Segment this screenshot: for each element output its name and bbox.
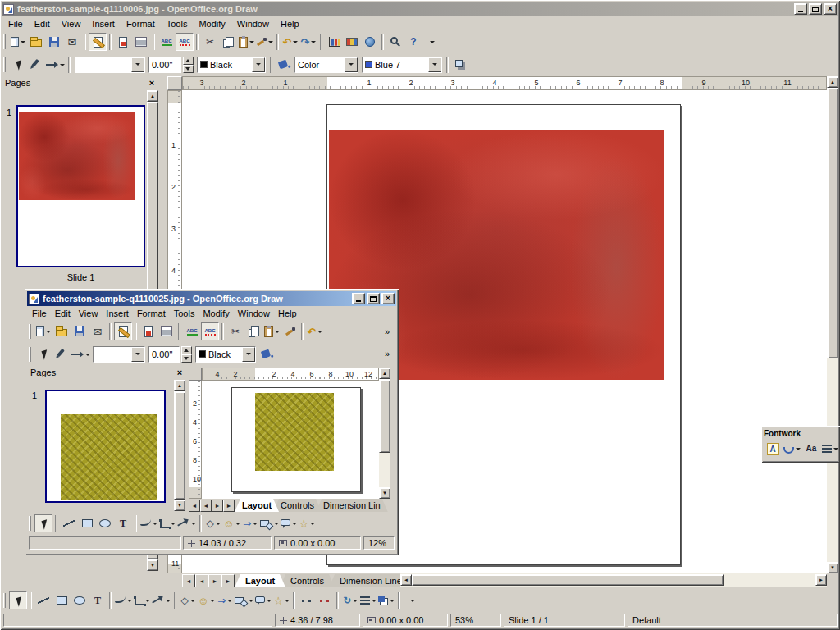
select-tool-button[interactable] xyxy=(9,591,27,609)
child-titlebar[interactable]: featherston-sample-q1110025.jpg - OpenOf… xyxy=(27,291,396,306)
callouts-button[interactable] xyxy=(280,514,298,532)
line-style-combo[interactable] xyxy=(93,346,145,363)
fill-color-dropdown[interactable] xyxy=(428,57,441,72)
line-dialog-button[interactable] xyxy=(52,345,71,363)
menu-window[interactable]: Window xyxy=(234,307,274,320)
basic-shapes-button[interactable]: ◇ xyxy=(179,591,197,609)
last-page-button[interactable]: ► xyxy=(223,500,235,512)
arrange-button[interactable] xyxy=(377,591,395,609)
menu-modify[interactable]: Modify xyxy=(193,17,231,30)
scroll-up-button[interactable]: ▲ xyxy=(379,368,390,379)
pages-panel-close-button[interactable]: × xyxy=(174,368,185,378)
autospellcheck-button[interactable]: ABC xyxy=(176,33,194,51)
slide-thumbnail[interactable] xyxy=(16,105,145,267)
block-arrows-button[interactable]: ⇒ xyxy=(216,591,234,609)
line-color-combo[interactable]: Black xyxy=(197,57,266,73)
spin-up-button[interactable] xyxy=(183,57,194,65)
toolbar-grip[interactable] xyxy=(3,593,6,608)
edit-points-button[interactable] xyxy=(9,56,27,74)
menu-tools[interactable]: Tools xyxy=(161,17,194,30)
callouts-button[interactable] xyxy=(254,591,272,609)
lines-arrows-button[interactable] xyxy=(176,514,197,532)
line-style-dropdown[interactable] xyxy=(131,347,144,362)
toolbar-grip[interactable] xyxy=(29,324,31,339)
scroll-down-button[interactable]: ▼ xyxy=(147,559,158,571)
line-style-combo[interactable] xyxy=(75,57,145,73)
rectangle-tool-button[interactable] xyxy=(52,591,71,609)
menu-help[interactable]: Help xyxy=(275,17,305,30)
menu-format[interactable]: Format xyxy=(133,307,170,320)
line-color-dropdown[interactable] xyxy=(252,57,265,72)
tab-controls[interactable]: Controls xyxy=(280,574,335,587)
tab-dimension-lines[interactable]: Dimension Lin xyxy=(316,499,388,512)
ellipse-tool-button[interactable] xyxy=(96,514,114,532)
menu-edit[interactable]: Edit xyxy=(29,17,56,30)
scrollbar-thumb[interactable] xyxy=(412,574,724,586)
menu-view[interactable]: View xyxy=(75,307,103,320)
fontwork-same-letter-heights-button[interactable]: Aa xyxy=(802,440,820,458)
symbol-shapes-button[interactable]: ☺ xyxy=(197,591,216,609)
redo-button[interactable]: ↷ xyxy=(299,33,317,51)
line-tool-button[interactable] xyxy=(60,514,78,532)
export-pdf-button[interactable] xyxy=(139,322,158,340)
export-pdf-button[interactable] xyxy=(114,33,132,51)
connector-tool-button[interactable] xyxy=(158,514,176,532)
cut-button[interactable]: ✂ xyxy=(201,33,219,51)
line-width-field[interactable]: 0.00" xyxy=(148,346,180,363)
spin-down-button[interactable] xyxy=(183,65,194,73)
previous-page-button[interactable]: ◄ xyxy=(195,574,208,587)
select-tool-button[interactable] xyxy=(34,514,52,532)
spellcheck-button[interactable]: ABC xyxy=(158,33,176,51)
undo-button[interactable]: ↶ xyxy=(306,322,324,340)
toolbar-options-button[interactable] xyxy=(422,33,441,51)
toolbar-grip[interactable] xyxy=(29,347,31,362)
save-button[interactable] xyxy=(45,33,63,51)
open-button[interactable] xyxy=(52,322,71,340)
line-style-dropdown[interactable] xyxy=(131,57,144,72)
toolbar-overflow-button[interactable]: » xyxy=(378,322,396,340)
child-minimize-button[interactable] xyxy=(352,293,365,304)
stars-button[interactable]: ☆ xyxy=(272,591,290,609)
clone-formatting-button[interactable] xyxy=(281,322,299,340)
maximize-button[interactable] xyxy=(809,3,822,15)
child-maximize-button[interactable] xyxy=(367,293,380,304)
minimize-button[interactable] xyxy=(794,3,807,15)
text-tool-button[interactable]: T xyxy=(114,514,132,532)
toolbar-overflow-button[interactable]: » xyxy=(378,345,396,363)
curve-tool-button[interactable] xyxy=(114,591,133,609)
scroll-left-button[interactable]: ◄ xyxy=(400,574,412,586)
gallery-button[interactable] xyxy=(343,33,361,51)
print-button[interactable] xyxy=(132,33,150,51)
hyperlink-button[interactable] xyxy=(361,33,379,51)
ruler-origin-button[interactable] xyxy=(189,368,202,381)
glue-points-button[interactable] xyxy=(316,591,334,609)
new-button[interactable] xyxy=(34,322,52,340)
tab-layout[interactable]: Layout xyxy=(235,499,279,512)
cut-button[interactable]: ✂ xyxy=(226,322,244,340)
line-width-stepper[interactable] xyxy=(183,57,194,73)
drawing-page[interactable] xyxy=(231,387,361,492)
line-tool-button[interactable] xyxy=(34,591,52,609)
open-button[interactable] xyxy=(27,33,45,51)
child-close-button[interactable]: × xyxy=(381,293,395,304)
connector-tool-button[interactable] xyxy=(133,591,151,609)
pages-panel-close-button[interactable]: × xyxy=(146,78,158,89)
email-button[interactable]: ✉ xyxy=(89,322,107,340)
area-dialog-button[interactable] xyxy=(275,56,293,74)
line-dialog-button[interactable] xyxy=(27,56,45,74)
first-page-button[interactable]: ◄ xyxy=(189,500,200,512)
line-color-combo[interactable]: Black xyxy=(195,346,256,363)
menu-help[interactable]: Help xyxy=(274,307,301,320)
chart-button[interactable] xyxy=(325,33,343,51)
menu-edit[interactable]: Edit xyxy=(51,307,75,320)
copy-button[interactable] xyxy=(244,322,262,340)
spellcheck-button[interactable]: ABC xyxy=(183,322,201,340)
scroll-up-button[interactable]: ▲ xyxy=(827,76,838,88)
previous-page-button[interactable]: ◄ xyxy=(200,500,212,512)
menu-modify[interactable]: Modify xyxy=(199,307,233,320)
spin-up-button[interactable] xyxy=(181,346,192,354)
scrollbar-thumb[interactable] xyxy=(379,379,390,453)
help-button[interactable]: ? xyxy=(404,33,422,51)
menu-format[interactable]: Format xyxy=(121,17,161,30)
edit-file-button[interactable] xyxy=(114,322,132,340)
